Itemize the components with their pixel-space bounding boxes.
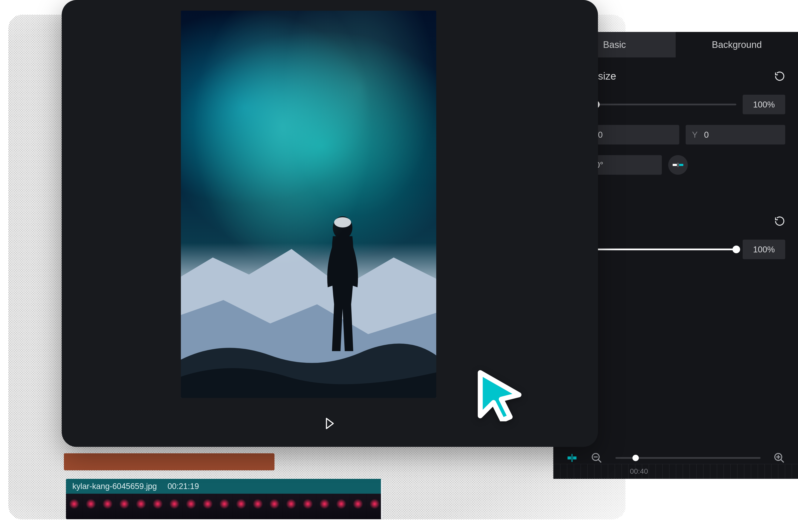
zoom-out-icon[interactable]	[591, 452, 603, 464]
reset-icon[interactable]	[774, 71, 785, 82]
clip-trim-handle[interactable]	[381, 479, 383, 519]
svg-rect-2	[678, 163, 679, 167]
svg-line-12	[781, 459, 784, 462]
zoom-in-icon[interactable]	[773, 452, 785, 464]
clip-duration: 00:21:19	[168, 482, 199, 491]
timeline-ruler[interactable]: 00:40	[553, 464, 798, 479]
opacity-slider[interactable]	[579, 249, 736, 250]
timeline-track-segment[interactable]	[64, 453, 274, 470]
scale-slider[interactable]	[577, 103, 736, 105]
svg-rect-4	[573, 456, 576, 459]
svg-rect-5	[572, 454, 573, 462]
cursor-icon	[470, 366, 526, 421]
svg-rect-0	[673, 164, 677, 166]
scale-value[interactable]: 100%	[743, 95, 785, 114]
ruler-time-label: 00:40	[630, 467, 648, 475]
svg-point-14	[334, 217, 351, 227]
svg-point-13	[333, 216, 353, 239]
opacity-slider-thumb[interactable]	[733, 246, 740, 253]
svg-rect-1	[679, 164, 683, 166]
y-value: 0	[704, 130, 709, 139]
preview-card	[62, 0, 598, 447]
preview-image	[181, 11, 436, 398]
timeline-clip[interactable]: kylar-kang-6045659.jpg 00:21:19	[66, 479, 383, 519]
opacity-value[interactable]: 100%	[743, 240, 785, 259]
reset-icon[interactable]	[774, 215, 785, 227]
timeline-controls	[553, 452, 798, 464]
tab-background[interactable]: Background	[676, 32, 798, 57]
clip-header: kylar-kang-6045659.jpg 00:21:19	[66, 479, 383, 494]
y-prefix: Y	[692, 130, 698, 139]
svg-line-8	[598, 459, 601, 462]
zoom-slider-thumb[interactable]	[632, 455, 639, 461]
flip-button[interactable]	[668, 155, 688, 175]
position-y-input[interactable]: Y 0	[686, 125, 785, 145]
preview-viewport[interactable]	[181, 11, 436, 398]
x-value: 0	[598, 130, 603, 139]
play-button[interactable]	[321, 415, 338, 432]
split-icon[interactable]	[566, 452, 578, 464]
clip-filename: kylar-kang-6045659.jpg	[72, 482, 157, 491]
zoom-slider[interactable]	[615, 457, 761, 459]
svg-rect-3	[568, 456, 571, 459]
clip-thumbnails	[66, 494, 383, 519]
